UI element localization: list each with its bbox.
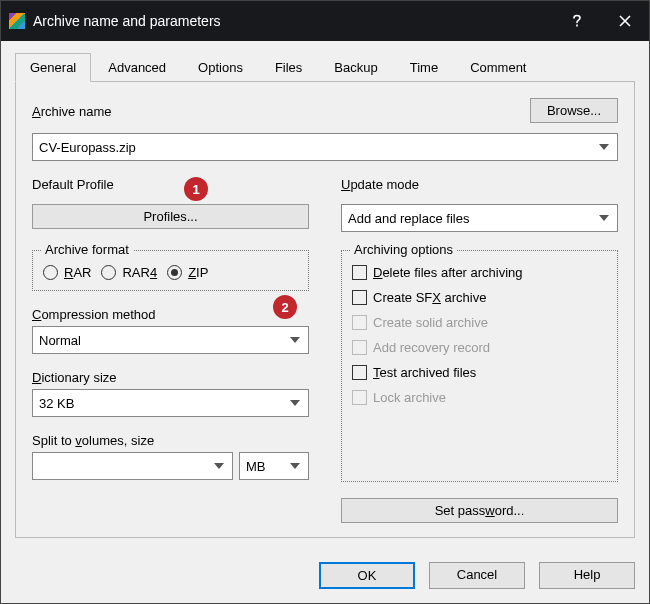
tab-files[interactable]: Files bbox=[260, 53, 317, 81]
compression-method-select[interactable]: Normal bbox=[32, 326, 309, 354]
radio-rar[interactable]: RAR bbox=[43, 265, 91, 280]
split-volumes-label: Split to volumes, size bbox=[32, 433, 309, 448]
radio-rar4[interactable]: RAR4 bbox=[101, 265, 157, 280]
radio-rar4-label: RAR4 bbox=[122, 265, 157, 280]
dialog-footer: OK Cancel Help bbox=[1, 552, 649, 603]
help-button[interactable] bbox=[553, 1, 601, 41]
compression-method-label: Compression method bbox=[32, 307, 309, 322]
radio-dot-icon bbox=[167, 265, 182, 280]
set-password-button[interactable]: Set password... bbox=[341, 498, 618, 523]
browse-button[interactable]: Browse... bbox=[530, 98, 618, 123]
radio-dot-icon bbox=[43, 265, 58, 280]
split-unit-select[interactable]: MB bbox=[239, 452, 309, 480]
cancel-button[interactable]: Cancel bbox=[429, 562, 525, 589]
checkbox-icon bbox=[352, 290, 367, 305]
update-mode-select[interactable]: Add and replace files bbox=[341, 204, 618, 232]
archiving-options-legend: Archiving options bbox=[350, 242, 457, 257]
tab-backup[interactable]: Backup bbox=[319, 53, 392, 81]
tab-panel-general: Archive name Browse... CV-Europass.zip D… bbox=[15, 82, 635, 538]
checkbox-icon bbox=[352, 390, 367, 405]
annotation-2: 2 bbox=[273, 295, 297, 319]
archiving-options-group: Archiving options Delete files after arc… bbox=[341, 250, 618, 482]
split-size-input[interactable] bbox=[32, 452, 233, 480]
tab-advanced[interactable]: Advanced bbox=[93, 53, 181, 81]
tab-general[interactable]: General bbox=[15, 53, 91, 82]
checkbox-icon bbox=[352, 265, 367, 280]
check-recovery-label: Add recovery record bbox=[373, 340, 490, 355]
dictionary-size-select[interactable]: 32 KB bbox=[32, 389, 309, 417]
tab-options[interactable]: Options bbox=[183, 53, 258, 81]
tab-comment[interactable]: Comment bbox=[455, 53, 541, 81]
radio-zip-label: ZIP bbox=[188, 265, 208, 280]
dictionary-size-value: 32 KB bbox=[39, 396, 74, 411]
annotation-1: 1 bbox=[184, 177, 208, 201]
tab-strip: General Advanced Options Files Backup Ti… bbox=[15, 53, 635, 82]
archive-name-label: Archive name bbox=[32, 104, 520, 119]
check-test-archived[interactable]: Test archived files bbox=[352, 365, 607, 380]
compression-method-value: Normal bbox=[39, 333, 81, 348]
check-delete-after-label: Delete files after archiving bbox=[373, 265, 523, 280]
check-test-label: Test archived files bbox=[373, 365, 476, 380]
profiles-button[interactable]: Profiles... bbox=[32, 204, 309, 229]
tab-time[interactable]: Time bbox=[395, 53, 453, 81]
window-title: Archive name and parameters bbox=[33, 13, 553, 29]
checkbox-icon bbox=[352, 340, 367, 355]
check-recovery-record: Add recovery record bbox=[352, 340, 607, 355]
update-mode-value: Add and replace files bbox=[348, 211, 469, 226]
check-create-sfx[interactable]: Create SFX archive bbox=[352, 290, 607, 305]
check-lock-label: Lock archive bbox=[373, 390, 446, 405]
check-solid-archive: Create solid archive bbox=[352, 315, 607, 330]
dialog-body: 1 2 General Advanced Options Files Backu… bbox=[1, 41, 649, 552]
default-profile-label: Default Profile bbox=[32, 177, 309, 192]
split-unit-value: MB bbox=[246, 459, 266, 474]
winrar-icon bbox=[9, 13, 25, 29]
close-button[interactable] bbox=[601, 1, 649, 41]
update-mode-label: Update mode bbox=[341, 177, 618, 192]
checkbox-icon bbox=[352, 365, 367, 380]
help-button-footer[interactable]: Help bbox=[539, 562, 635, 589]
checkbox-icon bbox=[352, 315, 367, 330]
radio-rar-label: RAR bbox=[64, 265, 91, 280]
check-solid-label: Create solid archive bbox=[373, 315, 488, 330]
archive-format-group: Archive format RAR RAR4 bbox=[32, 250, 309, 291]
archive-dialog: Archive name and parameters 1 2 General … bbox=[0, 0, 650, 604]
archive-name-input[interactable]: CV-Europass.zip bbox=[32, 133, 618, 161]
archive-format-legend: Archive format bbox=[41, 242, 133, 257]
set-password-label: Set password... bbox=[435, 503, 525, 518]
check-create-sfx-label: Create SFX archive bbox=[373, 290, 486, 305]
check-delete-after[interactable]: Delete files after archiving bbox=[352, 265, 607, 280]
archive-name-value: CV-Europass.zip bbox=[39, 140, 136, 155]
radio-zip[interactable]: ZIP bbox=[167, 265, 208, 280]
ok-button[interactable]: OK bbox=[319, 562, 415, 589]
radio-dot-icon bbox=[101, 265, 116, 280]
titlebar: Archive name and parameters bbox=[1, 1, 649, 41]
check-lock-archive: Lock archive bbox=[352, 390, 607, 405]
dictionary-size-label: Dictionary size bbox=[32, 370, 309, 385]
